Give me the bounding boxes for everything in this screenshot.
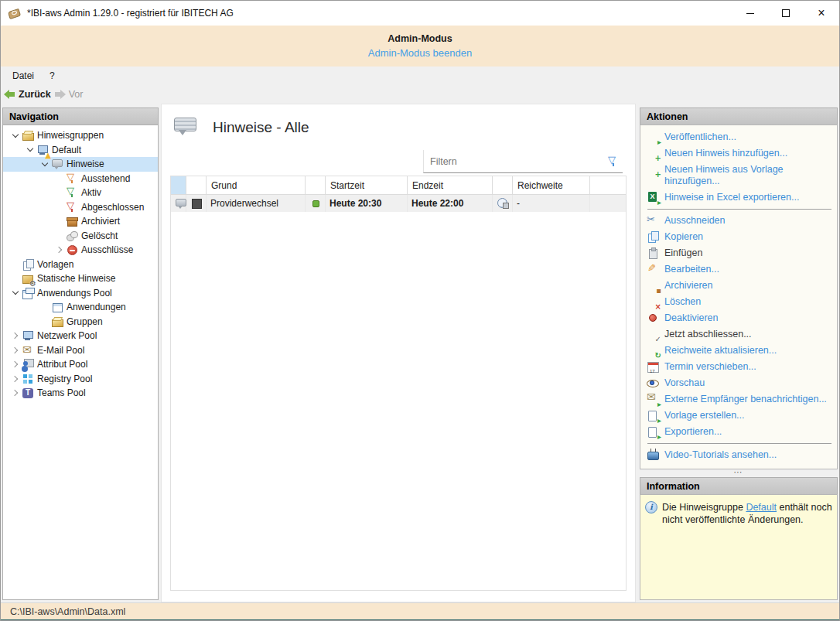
column-header-icon[interactable]: [493, 176, 513, 194]
clock-icon: [497, 197, 509, 210]
action-hinweise-in-excel-exportieren[interactable]: ▸Hinweise in Excel exportieren...: [645, 189, 834, 206]
action-veroffentlichen[interactable]: ▸Veröffentlichen...: [645, 129, 834, 145]
expander-expanded-icon[interactable]: [9, 130, 22, 141]
expander-collapsed-icon[interactable]: [9, 387, 22, 398]
tree-item-hinweisgruppen[interactable]: Hinweisgruppen: [3, 128, 158, 143]
column-header-icon[interactable]: [171, 176, 186, 194]
admin-mode-exit-link[interactable]: Admin-Modus beenden: [368, 47, 472, 59]
tree-item-aktiv[interactable]: Aktiv: [3, 186, 158, 200]
actions-divider: [647, 443, 831, 444]
bubble-add-icon: +: [647, 147, 659, 159]
forward-button[interactable]: Vor: [54, 89, 84, 100]
column-header-startzeit[interactable]: Startzeit: [326, 176, 408, 194]
pencil-icon: [647, 263, 659, 275]
expander-collapsed-icon[interactable]: [9, 345, 22, 356]
action-reichweite-aktualisieren[interactable]: ↻Reichweite aktualisieren...: [645, 343, 834, 359]
column-header-icon[interactable]: [306, 176, 326, 194]
expander-collapsed-icon[interactable]: [9, 374, 22, 384]
expander-spacer: [53, 216, 66, 227]
tree-item-default[interactable]: ▲Default: [3, 143, 158, 158]
tree-item-registry-pool[interactable]: Registry Pool: [3, 372, 158, 387]
back-button[interactable]: Zurück: [4, 89, 51, 100]
tree-item-vorlagen[interactable]: Vorlagen: [3, 258, 158, 272]
column-header-endzeit[interactable]: Endzeit: [408, 176, 493, 194]
expander-expanded-icon[interactable]: [9, 288, 22, 299]
tree-item-gruppen[interactable]: Gruppen: [3, 315, 158, 329]
column-header-grund[interactable]: Grund: [207, 176, 306, 194]
data-file-path: C:\IBI-aws\Admin\Data.xml: [10, 606, 125, 617]
action-deaktivieren[interactable]: Deaktivieren: [645, 310, 834, 326]
action-ausschneiden[interactable]: Ausschneiden: [645, 213, 834, 229]
action-label: Hinweise in Excel exportieren...: [664, 192, 799, 203]
action-termin-verschieben[interactable]: Termin verschieben...: [645, 359, 834, 375]
workspace: Navigation Hinweisgruppen▲DefaultHinweis…: [1, 104, 840, 602]
action-label: Jetzt abschliessen...: [664, 329, 752, 340]
expander-expanded-icon[interactable]: [39, 159, 51, 169]
expander-spacer: [53, 187, 66, 198]
action-vorschau[interactable]: Vorschau: [645, 375, 834, 391]
tree-item-abgeschlossen[interactable]: Abgeschlossen: [3, 200, 158, 215]
expander-collapsed-icon[interactable]: [9, 330, 22, 341]
action-externe-empfanger-benachrichtigen[interactable]: ▸Externe Empfänger benachrichtigen...: [645, 391, 834, 408]
tree-item-attribut-pool[interactable]: Attribut Pool: [3, 357, 158, 372]
tree-item-label: Registry Pool: [37, 374, 92, 384]
information-header: Information: [640, 477, 838, 494]
forward-arrow-icon: [54, 90, 66, 99]
filter-funnel-icon[interactable]: [607, 155, 620, 168]
tree-item-statische-hinweise[interactable]: ⚙Statische Hinweise: [3, 271, 158, 286]
tree-item-label: Anwendungs Pool: [37, 288, 112, 299]
tree-item-anwendungs-pool[interactable]: Anwendungs Pool: [3, 286, 158, 301]
monitor-icon: [22, 329, 34, 342]
expander-spacer: [53, 202, 66, 213]
action-label: Externe Empfänger benachrichtigen...: [664, 394, 827, 405]
action-einfugen[interactable]: Einfügen: [645, 245, 834, 261]
tree-item-geloscht[interactable]: Gelöscht: [3, 229, 158, 244]
action-loschen[interactable]: ×Löschen: [645, 294, 834, 310]
tree-item-teams-pool[interactable]: Teams Pool: [3, 386, 158, 401]
tree-item-e-mail-pool[interactable]: E-Mail Pool: [3, 343, 158, 358]
column-header-reichweite[interactable]: Reichweite: [513, 176, 590, 194]
action-label: Video-Tutorials ansehen...: [664, 449, 777, 461]
action-neuen-hinweis-aus-vorlage-hinzufugen[interactable]: +Neuen Hinweis aus Vorlage hinzufügen...: [645, 162, 834, 189]
tree-item-ausstehend[interactable]: Ausstehend: [3, 172, 158, 186]
window-title: *IBI-aws Admin 1.29.0 - registriert für …: [27, 8, 234, 19]
action-kopieren[interactable]: Kopieren: [645, 229, 834, 245]
bubble-icon: [51, 158, 63, 170]
filter-box: [423, 150, 623, 173]
action-label: Löschen: [664, 296, 701, 308]
column-header-icon[interactable]: [186, 176, 207, 194]
action-neuen-hinweis-hinzufugen[interactable]: +Neuen Hinweis hinzufügen...: [645, 145, 834, 162]
minimize-button[interactable]: [732, 1, 768, 26]
close-button[interactable]: ×: [804, 1, 839, 26]
table-row-providerwechsel[interactable]: ProviderwechselHeute 20:30Heute 22:00-: [171, 195, 626, 212]
expander-expanded-icon[interactable]: [24, 145, 36, 155]
filter-input[interactable]: [424, 156, 607, 167]
action-jetzt-abschliessen[interactable]: ✓Jetzt abschliessen...: [645, 326, 834, 343]
tree-item-label: Teams Pool: [37, 387, 86, 398]
action-label: Einfügen: [664, 247, 702, 259]
archivebox-icon: [66, 215, 78, 227]
email-icon: [22, 344, 34, 357]
action-label: Ausschneiden: [664, 215, 726, 227]
maximize-button[interactable]: [768, 1, 804, 26]
tree-item-label: Netzwerk Pool: [37, 330, 97, 341]
tree-item-archiviert[interactable]: Archiviert: [3, 214, 158, 229]
tree-item-netzwerk-pool[interactable]: Netzwerk Pool: [3, 329, 158, 343]
action-bearbeiten[interactable]: Bearbeiten...: [645, 261, 834, 278]
tree-item-anwendungen[interactable]: Anwendungen: [3, 300, 158, 315]
tree-item-ausschlusse[interactable]: Ausschlüsse: [3, 243, 158, 258]
action-archivieren[interactable]: ▪Archivieren: [645, 278, 834, 294]
action-vorlage-erstellen[interactable]: ▸Vorlage erstellen...: [645, 408, 834, 424]
action-video-tutorials-ansehen[interactable]: Video-Tutorials ansehen...: [645, 447, 834, 463]
action-label: Vorschau: [664, 377, 705, 389]
panel-splitter[interactable]: ⋯: [640, 469, 838, 477]
expander-collapsed-icon[interactable]: [53, 244, 66, 255]
menu-help[interactable]: ?: [42, 67, 63, 85]
expander-collapsed-icon[interactable]: [9, 359, 22, 370]
menu-datei[interactable]: Datei: [5, 67, 42, 85]
bubble-icon: [175, 197, 187, 210]
tree-item-label: E-Mail Pool: [37, 345, 84, 356]
action-exportieren[interactable]: ▸Exportieren...: [645, 424, 834, 440]
default-group-link[interactable]: Default: [746, 502, 777, 513]
tree-item-hinweise[interactable]: Hinweise: [3, 157, 158, 172]
